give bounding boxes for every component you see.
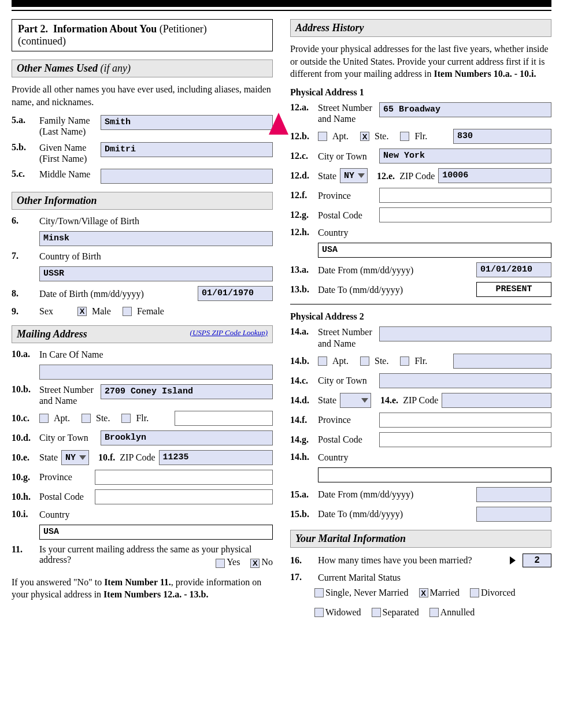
pa2-postal-input[interactable] — [379, 432, 551, 447]
no-label: No — [261, 557, 273, 567]
field-num: 9. — [12, 306, 36, 317]
field-num: 7. — [12, 251, 36, 261]
birth-city-input[interactable]: Minsk — [39, 231, 273, 246]
care-of-input[interactable] — [39, 365, 273, 380]
field-num: 10.a. — [12, 349, 36, 359]
chevron-down-icon — [79, 455, 86, 460]
part-header: Part 2. Information About You (Petitione… — [12, 19, 273, 51]
flr-checkbox[interactable] — [121, 414, 131, 423]
field-num: 12.g. — [290, 210, 314, 220]
pa2-ste-checkbox[interactable] — [360, 356, 369, 366]
pa1-state-dropdown[interactable]: NY — [340, 168, 368, 183]
pa2-date-from-input[interactable] — [476, 487, 551, 502]
pa2-apt-checkbox[interactable] — [318, 356, 327, 366]
care-of-label: In Care Of Name — [39, 349, 103, 360]
postal-label: Postal Code — [39, 491, 91, 502]
apt-checkbox[interactable] — [39, 414, 49, 423]
q11-no-checkbox[interactable]: X — [250, 559, 260, 568]
pa1-ste-checkbox[interactable]: X — [360, 132, 369, 141]
usps-lookup-link[interactable]: (USPS ZIP Code Lookup) — [190, 328, 268, 337]
marital-opt-checkbox[interactable] — [372, 608, 381, 617]
field-num: 12.e. — [377, 171, 395, 181]
dob-input[interactable]: 01/01/1970 — [198, 286, 273, 301]
dob-label: Date of Birth (mm/dd/yyyy) — [39, 288, 194, 299]
street-input[interactable]: 2709 Coney Island — [101, 384, 273, 399]
field-num: 14.c. — [290, 376, 314, 386]
field-num: 6. — [12, 216, 36, 226]
pa1-street-input[interactable]: 65 Broadway — [379, 102, 551, 117]
family-name-input[interactable]: Smith — [101, 115, 273, 130]
marital-opt-checkbox[interactable]: X — [419, 588, 428, 597]
marital-opt-checkbox[interactable] — [470, 588, 479, 597]
pa2-flr-checkbox[interactable] — [400, 356, 409, 366]
field-num: 10.c. — [12, 413, 36, 424]
field-num: 15.b. — [290, 509, 314, 519]
male-label: Male — [92, 306, 111, 317]
given-name-input[interactable]: Dmitri — [101, 142, 273, 157]
yes-label: Yes — [227, 557, 240, 567]
pa2-province-input[interactable] — [379, 413, 551, 428]
flr-label: Flr. — [136, 413, 149, 424]
female-checkbox[interactable] — [123, 307, 132, 316]
field-num: 12.f. — [290, 190, 314, 200]
male-checkbox[interactable]: X — [77, 307, 87, 316]
sex-label: Sex — [39, 306, 74, 317]
ste-checkbox[interactable] — [82, 414, 91, 423]
pa2-unit-input[interactable] — [453, 354, 551, 369]
field-num: 10.h. — [12, 492, 36, 502]
province-label: Province — [39, 471, 91, 482]
pa1-city-input[interactable]: New York — [379, 148, 551, 164]
field-num: 10.g. — [12, 472, 36, 482]
given-name-label: Given Name(First Name) — [39, 142, 97, 164]
phys-addr-1-title: Physical Address 1 — [290, 87, 551, 98]
field-num: 16. — [290, 555, 314, 566]
field-num: 10.f. — [98, 452, 115, 462]
pa2-state-dropdown[interactable] — [340, 393, 371, 408]
birth-country-input[interactable]: USSR — [39, 266, 273, 281]
pa1-province-input[interactable] — [379, 188, 551, 203]
marital-opt-label: Married — [430, 588, 460, 598]
pa1-date-to-input[interactable]: PRESENT — [476, 282, 551, 297]
q11-note: If you answered "No" to Item Number 11.,… — [12, 576, 273, 601]
married-count-input[interactable]: 2 — [523, 554, 551, 567]
state-dropdown[interactable]: NY — [61, 450, 89, 465]
pa1-postal-input[interactable] — [379, 207, 551, 222]
pa1-zip-input[interactable]: 10006 — [438, 168, 551, 183]
marital-opt-checkbox[interactable] — [314, 588, 324, 597]
province-input[interactable] — [95, 470, 273, 485]
pa2-country-input[interactable] — [318, 467, 551, 482]
pa1-country-input[interactable]: USA — [318, 243, 551, 258]
marital-opt-label: Separated — [383, 607, 419, 618]
pa1-unit-input[interactable]: 830 — [453, 129, 551, 144]
field-num: 14.g. — [290, 434, 314, 445]
postal-input[interactable] — [95, 489, 273, 504]
field-num: 12.b. — [290, 131, 314, 142]
marital-opt-label: Widowed — [325, 607, 361, 618]
zip-input[interactable]: 11235 — [159, 450, 273, 465]
pa2-city-input[interactable] — [379, 373, 551, 388]
pa2-street-input[interactable] — [379, 326, 551, 341]
pa1-apt-checkbox[interactable] — [318, 132, 327, 141]
top-divider — [12, 10, 551, 11]
marital-opt-checkbox[interactable] — [314, 608, 324, 617]
pa2-zip-input[interactable] — [442, 393, 551, 408]
divider — [290, 304, 551, 304]
section-other-names: Other Names Used (if any) — [12, 60, 273, 77]
field-num: 17. — [290, 572, 314, 582]
city-input[interactable]: Brooklyn — [101, 430, 273, 445]
pa2-date-to-input[interactable] — [476, 507, 551, 522]
middle-name-label: Middle Name — [39, 169, 97, 180]
field-num: 5.b. — [12, 142, 36, 153]
field-num: 10.b. — [12, 384, 36, 395]
country-input[interactable]: USA — [39, 525, 273, 540]
marital-opt-checkbox[interactable] — [429, 608, 439, 617]
q11-yes-checkbox[interactable] — [216, 559, 225, 568]
pa1-flr-checkbox[interactable] — [400, 132, 409, 141]
unit-input[interactable] — [175, 411, 273, 426]
middle-name-input[interactable] — [101, 169, 273, 184]
field-num: 12.d. — [290, 170, 314, 181]
female-label: Female — [137, 306, 164, 317]
field-num: 5.a. — [12, 115, 36, 125]
section-mailing-address: Mailing Address (USPS ZIP Code Lookup) — [12, 325, 273, 343]
pa1-date-from-input[interactable]: 01/01/2010 — [476, 262, 551, 277]
